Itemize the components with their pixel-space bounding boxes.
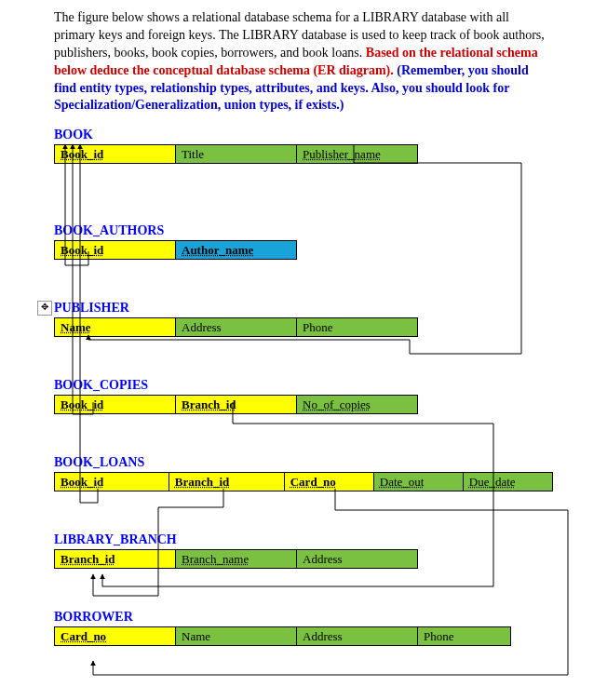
page: The figure below shows a relational data…: [0, 0, 607, 700]
col-bl-book-id: Book_id: [55, 473, 169, 491]
table-title-publisher: PUBLISHER: [54, 301, 553, 316]
table-book-loans: Book_id Branch_id Card_no Date_out Due_d…: [54, 472, 553, 491]
table-title-borrower: BORROWER: [54, 610, 553, 625]
col-bl-due-date: Due_date: [463, 473, 552, 491]
col-lb-address: Address: [297, 550, 418, 569]
col-br-card-no: Card_no: [55, 627, 176, 646]
col-book-id: Book_id: [55, 145, 176, 164]
table-title-book-copies: BOOK_COPIES: [54, 378, 553, 393]
col-ba-book-id: Book_id: [55, 241, 176, 260]
col-publisher-name: Publisher_name: [297, 145, 418, 164]
table-library-branch: Branch_id Branch_name Address: [54, 549, 418, 569]
col-pub-address: Address: [176, 318, 297, 337]
move-handle-icon[interactable]: ✥: [37, 301, 52, 316]
col-bl-branch-id: Branch_id: [169, 473, 284, 491]
col-lb-branch-name: Branch_name: [176, 550, 297, 569]
table-title-book-loans: BOOK_LOANS: [54, 455, 553, 470]
col-ba-author-name: Author_name: [176, 241, 297, 260]
table-book-authors: Book_id Author_name: [54, 240, 297, 260]
col-lb-branch-id: Branch_id: [55, 550, 176, 569]
col-bc-no-copies: No_of_copies: [297, 396, 418, 414]
col-br-address: Address: [297, 627, 418, 646]
col-bc-branch-id: Branch_id: [176, 396, 297, 414]
table-title-library-branch: LIBRARY_BRANCH: [54, 532, 553, 547]
table-title-book-authors: BOOK_AUTHORS: [54, 223, 553, 238]
table-borrower: Card_no Name Address Phone: [54, 626, 511, 646]
table-publisher: Name Address Phone: [54, 317, 418, 337]
col-bc-book-id: Book_id: [55, 396, 176, 414]
intro-paragraph: The figure below shows a relational data…: [54, 9, 553, 114]
col-br-name: Name: [176, 627, 297, 646]
col-bl-card-no: Card_no: [284, 473, 373, 491]
table-title-book: BOOK: [54, 128, 553, 142]
table-book-copies: Book_id Branch_id No_of_copies: [54, 395, 418, 414]
col-bl-date-out: Date_out: [373, 473, 463, 491]
col-br-phone: Phone: [418, 627, 511, 646]
table-book: Book_id Title Publisher_name: [54, 144, 418, 164]
col-title: Title: [176, 145, 297, 164]
col-pub-phone: Phone: [297, 318, 418, 337]
col-pub-name: Name: [55, 318, 176, 337]
